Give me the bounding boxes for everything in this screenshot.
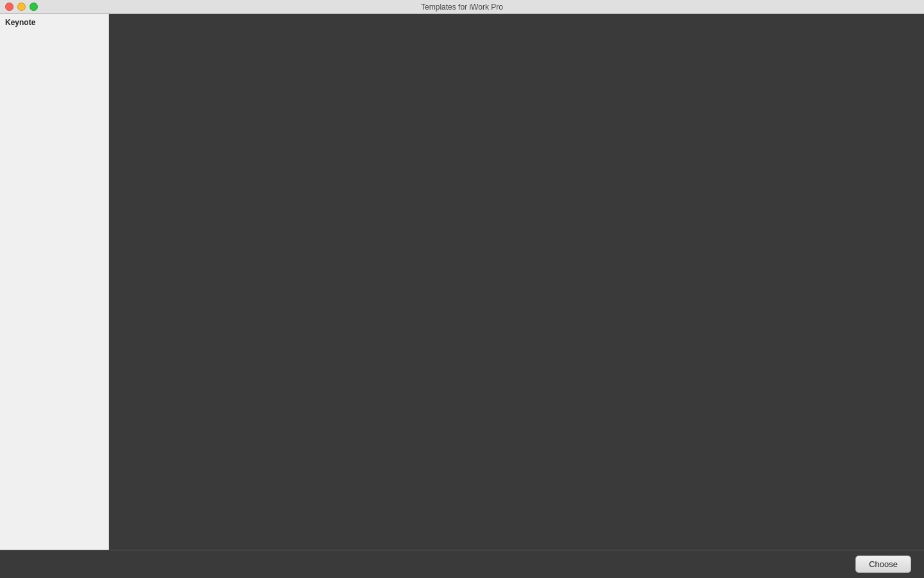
choose-button[interactable]: Choose: [855, 556, 911, 573]
window-title: Templates for iWork Pro: [421, 3, 503, 12]
title-bar: Templates for iWork Pro: [0, 0, 924, 14]
sidebar: Keynote: [0, 14, 109, 578]
window-controls: [5, 3, 38, 11]
main-container: Keynote: [0, 14, 924, 578]
sidebar-section-0: Keynote: [0, 14, 108, 29]
minimize-button[interactable]: [17, 3, 26, 11]
content-area: [109, 14, 924, 578]
bottom-bar: Choose: [0, 550, 924, 578]
close-button[interactable]: [5, 3, 13, 11]
maximize-button[interactable]: [30, 3, 38, 11]
